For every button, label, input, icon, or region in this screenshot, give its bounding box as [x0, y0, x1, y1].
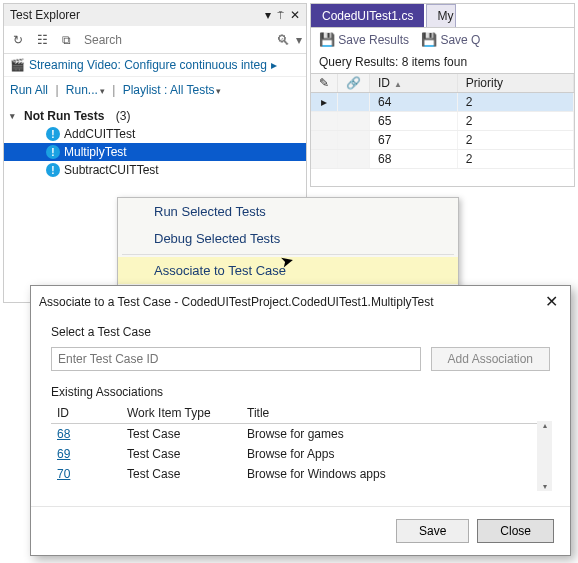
col-id[interactable]: ID▲ [370, 74, 458, 93]
test-explorer-titlebar: Test Explorer ▾ ⍑ ✕ [4, 4, 306, 26]
col-title[interactable]: Title [241, 403, 550, 424]
dialog-title: Associate to a Test Case - CodedUITestPr… [39, 295, 541, 309]
col-priority[interactable]: Priority [457, 74, 573, 93]
tree-group-not-run[interactable]: ▾ Not Run Tests (3) [4, 107, 306, 125]
close-icon[interactable]: ✕ [290, 8, 300, 22]
col-work-item-type[interactable]: Work Item Type [121, 403, 241, 424]
refresh-icon[interactable]: ↻ [8, 30, 28, 50]
ctx-associate-test-case[interactable]: Associate to Test Case [118, 257, 458, 284]
dialog-close-button[interactable]: ✕ [541, 292, 562, 311]
close-button[interactable]: Close [477, 519, 554, 543]
associations-table: ID Work Item Type Title 68Test CaseBrows… [51, 403, 550, 484]
save-results-label: Save Results [338, 33, 409, 47]
table-row[interactable]: 682 [311, 150, 574, 169]
results-grid[interactable]: ✎ 🔗 ID▲ Priority ▸642 652 672 682 [311, 74, 574, 169]
info-icon: ! [46, 127, 60, 141]
panel-title: Test Explorer [10, 8, 265, 22]
save-query-label: Save Q [440, 33, 480, 47]
scrollbar[interactable]: ▴▾ [537, 421, 552, 491]
results-toolbar: 💾 Save Results 💾 Save Q [311, 27, 574, 51]
group-count: (3) [116, 109, 131, 123]
table-row[interactable]: 70Test CaseBrowse for Windows apps [51, 464, 550, 484]
group-label: Not Run Tests [24, 109, 104, 123]
save-query-button[interactable]: 💾 Save Q [421, 32, 480, 47]
link-icon: 🔗 [338, 74, 370, 93]
dialog-buttons: Save Close [31, 506, 570, 555]
filter-icon[interactable]: ⧉ [56, 30, 76, 50]
table-row[interactable]: 68Test CaseBrowse for games [51, 424, 550, 445]
document-tabs: CodedUITest1.cs My [311, 4, 574, 27]
test-label: AddCUITTest [64, 127, 135, 141]
id-link[interactable]: 70 [57, 467, 70, 481]
run-all-link[interactable]: Run All [10, 83, 48, 97]
coded-ui-panel: CodedUITest1.cs My 💾 Save Results 💾 Save… [310, 3, 575, 187]
streaming-video-link[interactable]: 🎬 Streaming Video: Configure continuous … [4, 54, 306, 77]
caret-down-icon: ▾ [10, 111, 20, 121]
chevron-right-icon: ▸ [271, 58, 277, 72]
save-button[interactable]: Save [396, 519, 469, 543]
test-tree: ▾ Not Run Tests (3) ! AddCUITTest ! Mult… [4, 103, 306, 183]
id-link[interactable]: 68 [57, 427, 70, 441]
tree-item[interactable]: ! AddCUITTest [4, 125, 306, 143]
playlist-link[interactable]: Playlist : All Tests [123, 83, 222, 97]
dropdown-icon[interactable]: ▾ [296, 33, 302, 47]
save-icon: 💾 [421, 32, 437, 47]
select-test-case-label: Select a Test Case [51, 325, 550, 339]
col-id[interactable]: ID [51, 403, 121, 424]
scroll-down-icon: ▾ [543, 482, 547, 491]
table-row[interactable]: 69Test CaseBrowse for Apps [51, 444, 550, 464]
run-link[interactable]: Run... [66, 83, 105, 97]
test-explorer-links: Run All | Run... | Playlist : All Tests [4, 77, 306, 103]
search-icon[interactable]: 🔍︎ [276, 32, 290, 48]
sort-asc-icon: ▲ [394, 80, 402, 89]
existing-associations-label: Existing Associations [51, 385, 550, 399]
streaming-label: Streaming Video: Configure continuous in… [29, 58, 267, 72]
ctx-debug-selected[interactable]: Debug Selected Tests [118, 225, 458, 252]
tree-item-selected[interactable]: ! MultiplyTest [4, 143, 306, 161]
table-row[interactable]: 672 [311, 131, 574, 150]
tab-other[interactable]: My [426, 4, 456, 27]
ctx-run-selected[interactable]: Run Selected Tests [118, 198, 458, 225]
id-link[interactable]: 69 [57, 447, 70, 461]
table-row[interactable]: 652 [311, 112, 574, 131]
save-results-button[interactable]: 💾 Save Results [319, 32, 409, 47]
search-input[interactable] [80, 31, 272, 49]
tree-item[interactable]: ! SubtractCUITTest [4, 161, 306, 179]
film-icon: 🎬 [10, 58, 25, 72]
add-association-button[interactable]: Add Association [431, 347, 550, 371]
query-results-text: Query Results: 8 items foun [311, 51, 574, 74]
test-explorer-toolbar: ↻ ☷ ⧉ 🔍︎ ▾ [4, 26, 306, 54]
grid-header: ✎ 🔗 ID▲ Priority [311, 74, 574, 93]
group-icon[interactable]: ☷ [32, 30, 52, 50]
dialog-titlebar: Associate to a Test Case - CodedUITestPr… [31, 286, 570, 317]
test-label: MultiplyTest [64, 145, 127, 159]
edit-icon: ✎ [311, 74, 338, 93]
pin-icon[interactable]: ⍑ [277, 8, 284, 22]
test-label: SubtractCUITTest [64, 163, 159, 177]
save-icon: 💾 [319, 32, 335, 47]
associate-dialog: Associate to a Test Case - CodedUITestPr… [30, 285, 571, 556]
info-icon: ! [46, 163, 60, 177]
test-case-id-input[interactable] [51, 347, 421, 371]
separator [122, 254, 454, 255]
table-header: ID Work Item Type Title [51, 403, 550, 424]
dropdown-icon[interactable]: ▾ [265, 8, 271, 22]
table-row[interactable]: ▸642 [311, 93, 574, 112]
tab-codeduitest[interactable]: CodedUITest1.cs [311, 4, 424, 27]
info-icon: ! [46, 145, 60, 159]
scroll-up-icon: ▴ [543, 421, 547, 430]
